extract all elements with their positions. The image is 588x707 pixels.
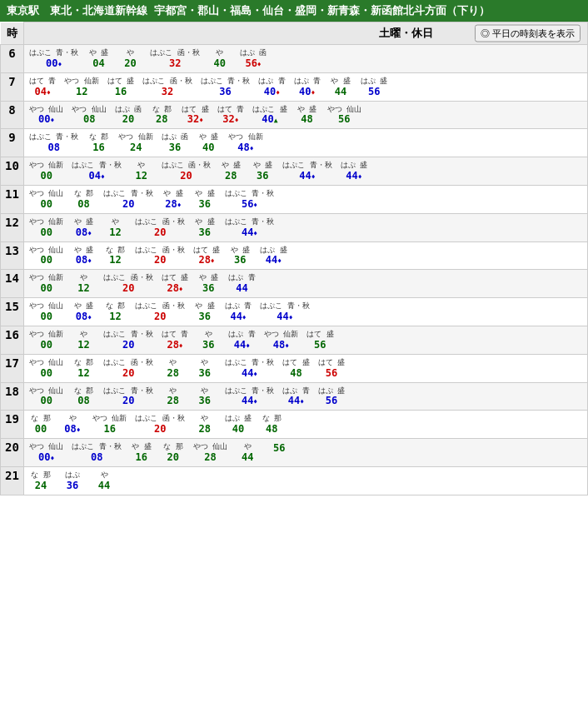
train-time: 20 [154, 311, 166, 322]
train-time: 16 [115, 86, 127, 97]
table-row: 13やつ 仙山00や 盛08♦な 郡12はぷこ 函・秋20はて 盛28♦や 盛3… [1, 241, 588, 270]
list-item: はて 盛28♦ [162, 273, 188, 294]
hour-cell: 9 [1, 129, 24, 157]
list-item: やつ 仙山00 [29, 189, 63, 210]
train-time: 00♦ [46, 57, 62, 69]
train-time: 36 [199, 198, 211, 210]
train-time: 28 [199, 423, 211, 435]
train-name: な 那 [262, 414, 282, 423]
train-time: 08 [91, 451, 102, 463]
list-item: はぷこ 函・秋20 [135, 217, 184, 238]
list-item: はぷこ 青・秋20 [103, 330, 152, 351]
list-item: や36 [193, 358, 217, 379]
trains-cell: やつ 仙新00や 盛08♦や12はぷこ 函・秋20や 盛36はぷこ 青・秋44♦ [24, 213, 588, 241]
train-time: 12 [77, 339, 89, 351]
table-row: 15やつ 仙山00や 盛08♦な 郡12はぷこ 函・秋20や 盛36はぷ 青44… [1, 298, 588, 326]
table-row: 21な 那24はぷ36や44 [1, 466, 588, 495]
table-row: 19な 那00や08♦やつ 仙新16はぷこ 函・秋20や28はぷ 盛40な 那4… [1, 411, 588, 439]
list-item: はぷ 盛44♦ [341, 161, 367, 182]
train-name: はて 盛 [182, 105, 208, 114]
hour-cell: 10 [1, 157, 24, 186]
list-item: やつ 仙新24 [118, 132, 152, 153]
train-name: はぷ 青 [294, 77, 321, 86]
day-label: 土曜・休日 [379, 27, 433, 39]
list-item: や08♦ [61, 414, 84, 435]
train-name: や 盛 [132, 442, 151, 451]
train-time: 20 [154, 423, 166, 435]
list-item: や 盛36 [193, 189, 217, 210]
list-item: はて 盛56 [306, 330, 333, 351]
trains-cell: はぷこ 青・秋08な 郡16やつ 仙新24はぷ 函36や 盛40やつ 仙新48♦ [24, 129, 588, 157]
train-time: 00♦ [38, 113, 54, 125]
train-time: 00 [40, 311, 52, 322]
train-time: 44♦ [242, 367, 257, 379]
list-item: やつ 仙山00♦ [29, 105, 63, 126]
list-item: や12 [103, 217, 127, 238]
trains-cell: な 那24はぷ36や44 [24, 466, 588, 495]
train-name: はぷ 青 [228, 273, 255, 282]
train-name: はぷこ 青・秋 [29, 132, 78, 142]
trains-cell: やつ 仙新00や12はぷこ 函・秋20はて 盛28♦や 盛36はぷ 青44 [24, 270, 588, 298]
list-item: はぷこ 函・秋20 [135, 301, 184, 322]
train-time: 36 [202, 339, 214, 351]
hour-cell: 7 [1, 72, 24, 101]
list-item: やつ 仙新00 [29, 273, 63, 294]
list-item: はて 青28♦ [162, 330, 188, 351]
train-name: や 盛 [74, 246, 93, 255]
list-item: や 盛36 [193, 301, 217, 322]
train-name: や 盛 [89, 48, 108, 57]
list-item: や 盛36 [228, 246, 252, 266]
train-time: 56 [368, 86, 380, 97]
list-item: や12 [130, 161, 153, 182]
train-name: やつ 仙新 [264, 330, 298, 339]
trains-cell: やつ 仙山00♦やつ 仙山08はぷ 函20な 郡28はて 盛32♦はて 青32♦… [24, 101, 588, 129]
train-time: 56♦ [242, 198, 257, 210]
train-time: 12 [136, 170, 147, 182]
trains-cell: やつ 仙山00や 盛08♦な 郡12はぷこ 函・秋20はて 盛28♦や 盛36は… [24, 241, 588, 270]
train-name: はぷ 盛 [318, 386, 345, 396]
list-item: やつ 仙新00 [29, 330, 63, 351]
train-name: はぷこ 青・秋 [225, 386, 274, 396]
train-name: はぷこ 函・秋 [135, 217, 184, 227]
list-item: や28 [193, 414, 217, 435]
train-time: 44♦ [242, 227, 257, 238]
train-name: はて 盛 [282, 358, 309, 367]
list-item: やつ 仙新00 [29, 161, 63, 182]
train-time: 40♦ [299, 86, 315, 97]
train-time: 20 [180, 170, 192, 182]
train-time: 44♦ [242, 395, 257, 406]
train-time: 08 [83, 113, 95, 125]
train-name: や [169, 386, 177, 396]
table-row: 17やつ 仙山00な 郡12はぷこ 函・秋20や28や36はぷこ 青・秋44♦は… [1, 354, 588, 382]
train-time: 20 [167, 451, 179, 463]
list-item: はて 盛28♦ [193, 246, 220, 266]
train-name: はぷこ 青・秋 [103, 189, 152, 198]
train-time: 36 [219, 86, 231, 97]
train-name: な 郡 [106, 246, 125, 255]
train-name: はぷこ 青・秋 [72, 161, 121, 170]
train-name: やつ 仙新 [29, 161, 63, 170]
list-item: やつ 仙新00 [29, 217, 63, 238]
train-name: な 那 [31, 471, 50, 480]
train-time: 12 [109, 311, 121, 322]
train-time: 28♦ [167, 282, 182, 294]
train-name: やつ 仙山 [29, 105, 63, 114]
train-time: 40 [202, 142, 214, 153]
train-name: はぷ [65, 471, 80, 480]
list-item: はぷこ 青・秋08 [29, 132, 78, 153]
train-time: 12 [77, 367, 89, 379]
list-item: はぷこ 青・秋00♦ [29, 48, 78, 69]
list-item: はぷこ 青・秋08 [72, 442, 121, 463]
table-row: 10やつ 仙新00はぷこ 青・秋04♦や12はぷこ 函・秋20や 盛28や 盛3… [1, 157, 588, 186]
list-item: はぷ 盛56 [318, 386, 345, 407]
list-item: やつ 仙山28 [193, 442, 227, 463]
train-time: 36 [199, 311, 211, 322]
train-name: はぷこ 函・秋 [162, 161, 211, 170]
toggle-weekday-button[interactable]: 平日の時刻表を表示 [475, 25, 581, 42]
train-name: はぷこ 青・秋 [282, 161, 331, 170]
train-name: な 郡 [74, 189, 93, 198]
train-time: 44♦ [346, 170, 361, 182]
list-item: や12 [72, 273, 95, 294]
train-time: 00 [40, 254, 52, 266]
train-time: 08 [77, 395, 89, 406]
